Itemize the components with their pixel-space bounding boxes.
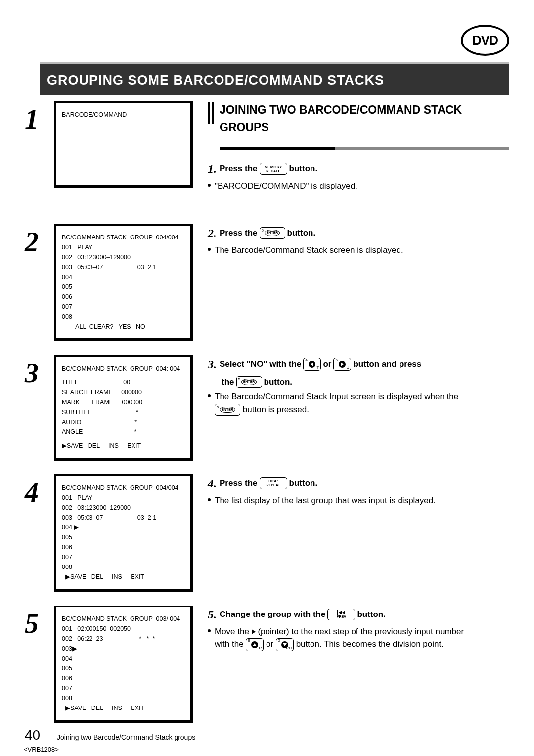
row-1: 1 BARCODE/COMMAND JOINING TWO BARCODE/CO… [25, 101, 509, 210]
i5-bullet-a: Move the [215, 627, 249, 636]
s3l6: AUDIO * [62, 417, 184, 427]
s2l10: ALL CLEAR? YES NO [62, 322, 184, 331]
i2-press: Press the [220, 227, 258, 239]
bullet-icon [208, 184, 211, 187]
i5-bullet-b: (pointer) to the next step of the previo… [258, 627, 464, 636]
s2l9: 008 [62, 312, 184, 322]
page-title: GROUPING SOME BARCODE/COMMAND STACKS [40, 73, 384, 88]
s5l9: 008 [62, 693, 184, 703]
i3-and: button and press [353, 358, 421, 371]
footer-caption: Joining two Barcode/Command Stack groups [57, 733, 195, 741]
inum-5: 5. [208, 606, 217, 623]
inum-2: 2. [208, 224, 217, 242]
screen-3: BC/COMMAND STACK GROUP 004: 004 TITLE 00… [54, 355, 193, 461]
inum-1: 1. [208, 160, 217, 178]
step-number-1: 1 [25, 101, 54, 133]
bullet-icon [208, 498, 211, 501]
title-bar: GROUPING SOME BARCODE/COMMAND STACKS [40, 64, 509, 95]
i1-press: Press the [220, 162, 258, 175]
enter-button-icon: 5 ENTER [236, 376, 262, 388]
s5l1: BC/COMMAND STACK GROUP 003/ 004 [62, 614, 184, 624]
bullet-icon [208, 629, 211, 632]
i5-bullet-e: button. This becomes the division point. [296, 639, 444, 649]
step-number-4: 4 [25, 474, 54, 506]
instructions-col: JOINING TWO BARCODE/COMMAND STACK GROUPS… [208, 101, 509, 210]
s5l5: 004 [62, 654, 184, 663]
s4l1: BC/COMMAND STACK GROUP 004/004 [62, 483, 184, 493]
s2l5: 004 [62, 272, 184, 282]
subheading-text: JOINING TWO BARCODE/COMMAND STACK GROUPS [220, 101, 509, 136]
s4l8: 007 [62, 552, 184, 562]
screen1-line1: BARCODE/COMMAND [62, 110, 184, 120]
content: 1 BARCODE/COMMAND JOINING TWO BARCODE/CO… [25, 101, 509, 716]
disp-repeat-button-icon: DISPREPEAT [260, 477, 287, 489]
s3l8: ▶SAVE DEL INS EXIT [62, 441, 184, 451]
i3-or: or [323, 358, 331, 371]
screen-5: BC/COMMAND STACK GROUP 003/ 004 001 02:0… [54, 606, 193, 723]
s2l1: BC/COMMAND STACK GROUP 004/004 [62, 233, 184, 242]
i5-change: Change the group with the [220, 608, 325, 621]
screen-1: BARCODE/COMMAND [54, 101, 193, 188]
s2l3: 002 03:123000–129000 [62, 252, 184, 262]
i5-button: button. [357, 608, 386, 621]
s5l4: 003▶ [62, 644, 184, 654]
enter-button-icon: 5 ENTER [215, 404, 240, 416]
screen-4: BC/COMMAND STACK GROUP 004/004 001 PLAY … [54, 474, 193, 592]
left-arrow-button-icon: 4 T [303, 358, 321, 371]
bullet-icon [208, 248, 211, 251]
enter-button-icon: 5 ENTER [260, 227, 285, 239]
s5l10: ▶SAVE DEL INS EXIT [62, 703, 184, 713]
i4-press: Press the [220, 477, 258, 490]
i3-button: button. [264, 376, 293, 389]
down-arrow-button-icon: 2 RD [276, 638, 294, 651]
i1-button: button. [289, 162, 318, 175]
inum-3: 3. [208, 355, 217, 373]
s3l1: BC/COMMAND STACK GROUP 004: 004 [62, 364, 184, 374]
s5l7: 006 [62, 673, 184, 683]
right-arrow-button-icon: 6 U [333, 358, 351, 371]
s3l5: SUBTITLE * [62, 407, 184, 417]
i5-bullet-d: or [266, 639, 273, 649]
document-id: <VRB1208> [24, 746, 59, 753]
s2l4: 003 05:03–07 03 2 1 [62, 262, 184, 272]
pointer-icon [252, 629, 256, 634]
s4l3: 002 03:123000–129000 [62, 503, 184, 513]
s4l10: ▶SAVE DEL INS EXIT [62, 572, 184, 582]
i3-bullet-a: The Barcode/Command Stack Input screen i… [215, 392, 458, 401]
s2l6: 005 [62, 282, 184, 292]
i3-bullet-b: button is pressed. [243, 405, 309, 414]
s3l3: SEARCH FRAME 000000 [62, 387, 184, 397]
instruction-1: 1. Press the MEMORYRECALL button. "BARCO… [208, 160, 509, 192]
i3-the: the [222, 376, 234, 389]
step-number-2: 2 [25, 224, 54, 256]
i1-bullet: "BARCODE/COMMAND" is displayed. [215, 180, 509, 192]
step-number-3: 3 [25, 355, 54, 387]
i4-bullet: The list display of the last group that … [215, 494, 509, 507]
s4l2: 001 PLAY [62, 493, 184, 503]
instruction-4: 4. Press the DISPREPEAT button. The list… [208, 474, 509, 507]
s5l3: 002 06:22–23 * * * [62, 634, 184, 644]
s3l2: TITLE 00 [62, 378, 184, 387]
bullet-icon [208, 394, 211, 397]
s4l9: 008 [62, 562, 184, 572]
i3-select: Select "NO" with the [220, 358, 301, 371]
s2l8: 007 [62, 302, 184, 312]
instruction-5: 5. Change the group with the PREV button… [208, 606, 509, 651]
i2-button: button. [287, 227, 316, 239]
s4l6: 005 [62, 532, 184, 542]
up-arrow-button-icon: 8 R [246, 638, 264, 651]
instruction-3: 3. Select "NO" with the 4 T or 6 U butto… [208, 355, 509, 416]
i5-bullet-c: with the [215, 639, 244, 649]
row-3: 3 BC/COMMAND STACK GROUP 004: 004 TITLE … [25, 355, 509, 461]
dvd-logo: DVD [461, 25, 509, 56]
i2-bullet: The Barcode/Command Stack screen is disp… [215, 244, 509, 257]
s2l7: 006 [62, 292, 184, 302]
screen-2: BC/COMMAND STACK GROUP 004/004 001 PLAY … [54, 224, 193, 341]
subheading-underline [220, 147, 509, 150]
row-5: 5 BC/COMMAND STACK GROUP 003/ 004 001 02… [25, 606, 509, 723]
row-2: 2 BC/COMMAND STACK GROUP 004/004 001 PLA… [25, 224, 509, 341]
instruction-2: 2. Press the 5 ENTER button. The Barcode… [208, 224, 509, 257]
memory-recall-button-icon: MEMORYRECALL [260, 163, 287, 175]
dvd-logo-text: DVD [472, 33, 498, 48]
page-number: 40 [25, 727, 40, 743]
